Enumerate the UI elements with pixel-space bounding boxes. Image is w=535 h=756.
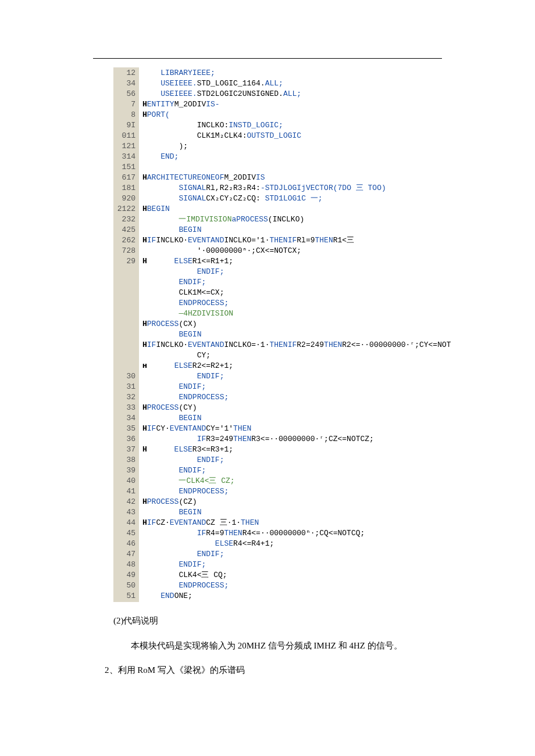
- code-body: LIBRARYIEEE; USEIEEE.STD_LOGIC_1164.ALL;…: [139, 67, 455, 602]
- subsection-title: (2)代码说明: [113, 612, 442, 629]
- line-gutter: 12 34 56 7 8 9I 011 121 314 151 617 181 …: [113, 67, 139, 602]
- section-title: 2、利用 RoM 写入《梁祝》的乐谱码: [105, 662, 442, 679]
- subsection-body: 本模块代码是实现将输入为 20MHZ 信号分频成 IMHZ 和 4HZ 的信号。: [113, 637, 442, 654]
- code-listing: 12 34 56 7 8 9I 011 121 314 151 617 181 …: [113, 67, 442, 602]
- header-rule: [93, 58, 442, 59]
